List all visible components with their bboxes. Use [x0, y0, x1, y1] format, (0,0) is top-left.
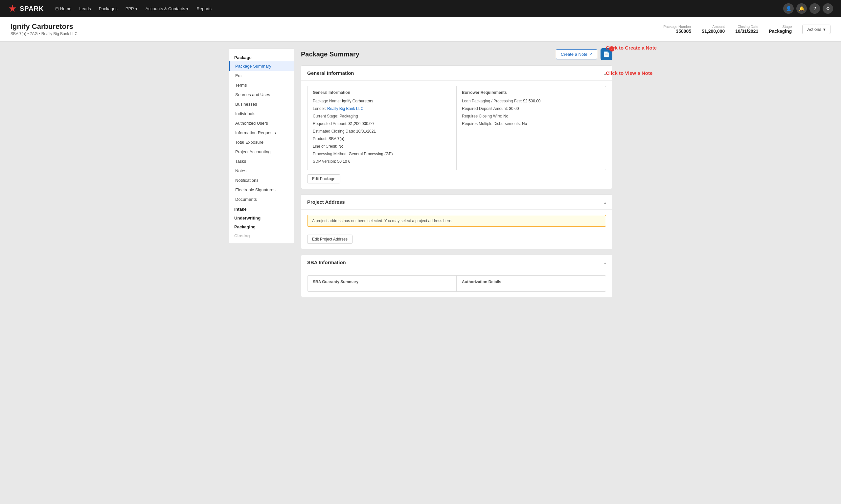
actions-button[interactable]: Actions ▾ — [802, 24, 830, 34]
sidebar-item-total-exposure[interactable]: Total Exposure — [229, 138, 294, 147]
general-info-section: General Information General Information … — [301, 65, 612, 189]
create-note-label: Create a Note — [561, 52, 587, 57]
callout-create-note: Click to Create a Note — [606, 45, 698, 51]
meta-amount-value: $1,200,000 — [702, 29, 725, 34]
edit-package-label: Edit Package — [312, 177, 336, 181]
sba-info-left-col: SBA Guaranty Summary — [308, 276, 457, 291]
chevron-down-icon: ▾ — [135, 6, 138, 11]
content-header: Package Summary Create a Note ↗ 📄 2 — [301, 48, 612, 60]
nav-home[interactable]: ⊞ Home — [52, 4, 75, 13]
page-title: Ignify Carburetors — [11, 22, 78, 31]
sidebar-item-notifications[interactable]: Notifications — [229, 176, 294, 185]
sidebar-item-notes-label: Notes — [235, 168, 246, 173]
sidebar-item-sources-uses-label: Sources and Uses — [235, 92, 270, 97]
info-processing-fee: Loan Packaging / Processing Fee: $2,500.… — [462, 98, 601, 104]
nav-packages[interactable]: Packages — [96, 4, 121, 13]
sub-header: Ignify Carburetors SBA 7(a) • 7AG • Real… — [0, 17, 841, 42]
content-actions: Create a Note ↗ 📄 2 — [556, 48, 612, 60]
home-icon: ⊞ — [55, 6, 59, 11]
page-subtitle: SBA 7(a) • 7AG • Really Big Bank LLC — [11, 32, 78, 36]
user-avatar-button[interactable]: 👤 — [783, 3, 794, 14]
meta-closing-date-value: 10/31/2021 — [735, 29, 758, 34]
sba-info-right-col: Authorization Details — [457, 276, 606, 291]
sidebar-item-edit[interactable]: Edit — [229, 71, 294, 80]
sba-info-header: SBA Information — [301, 255, 612, 270]
meta-stage-value: Packaging — [769, 29, 792, 34]
meta-stage-label: Stage — [769, 24, 792, 29]
nav-ppp[interactable]: PPP ▾ — [122, 4, 141, 13]
sidebar-item-electronic-signatures[interactable]: Electronic Signatures — [229, 185, 294, 195]
sidebar-item-tasks[interactable]: Tasks — [229, 157, 294, 166]
content-area: Package Summary Create a Note ↗ 📄 2 Clic… — [301, 48, 612, 303]
sidebar-item-terms-label: Terms — [235, 83, 247, 88]
project-address-warning: A project address has not been selected.… — [307, 215, 606, 227]
sidebar-category-intake: Intake — [229, 204, 294, 213]
actions-label: Actions — [807, 27, 821, 32]
sidebar-category-package-label: Package — [234, 55, 252, 60]
sba-info-right-header: Authorization Details — [462, 280, 601, 284]
nav-accounts[interactable]: Accounts & Contacts ▾ — [142, 4, 192, 13]
sidebar-category-underwriting: Underwriting — [229, 213, 294, 222]
settings-button[interactable]: ⚙ — [823, 3, 833, 14]
sidebar-category-package: Package — [229, 53, 294, 61]
meta-closing-date-label: Closing Date — [735, 24, 758, 29]
sidebar-item-authorized-users[interactable]: Authorized Users — [229, 119, 294, 128]
meta-amount-label: Amount — [702, 24, 725, 29]
meta-closing-date: Closing Date 10/31/2021 — [735, 24, 758, 34]
external-link-icon: ↗ — [589, 52, 592, 56]
svg-marker-0 — [9, 5, 16, 12]
nav-icon-group: 👤 🔔 ? ⚙ — [783, 3, 833, 14]
help-button[interactable]: ? — [809, 3, 820, 14]
nav-reports-label: Reports — [196, 6, 211, 11]
question-icon: ? — [813, 6, 816, 11]
sidebar-item-information-requests[interactable]: Information Requests — [229, 128, 294, 138]
nav-home-label: Home — [60, 6, 72, 11]
project-address-body: A project address has not been selected.… — [301, 210, 612, 249]
edit-package-button[interactable]: Edit Package — [307, 174, 340, 183]
create-note-button[interactable]: Create a Note ↗ — [556, 49, 597, 59]
project-address-section: Project Address A project address has no… — [301, 194, 612, 249]
sidebar-item-businesses[interactable]: Businesses — [229, 100, 294, 109]
sidebar-item-individuals[interactable]: Individuals — [229, 109, 294, 119]
content-header-container: Package Summary Create a Note ↗ 📄 2 Clic… — [301, 48, 612, 60]
sidebar-item-package-summary[interactable]: Package Summary — [229, 61, 294, 71]
sidebar-category-packaging: Packaging — [229, 222, 294, 231]
nav-leads[interactable]: Leads — [76, 4, 94, 13]
sidebar-item-tasks-label: Tasks — [235, 159, 246, 164]
sba-info-left-header: SBA Guaranty Summary — [313, 280, 451, 284]
sidebar-item-information-requests-label: Information Requests — [235, 130, 276, 135]
collapse-project-address-icon[interactable] — [604, 199, 606, 205]
info-package-name: Package Name: Ignify Carburetors — [313, 98, 451, 104]
top-navigation: SPARK ⊞ Home Leads Packages PPP ▾ Accoun… — [0, 0, 841, 17]
logo[interactable]: SPARK — [8, 4, 44, 13]
sidebar-item-notes[interactable]: Notes — [229, 166, 294, 176]
sba-info-title: SBA Information — [307, 259, 346, 265]
chevron-down-icon: ▾ — [186, 6, 189, 11]
sidebar-item-edit-label: Edit — [235, 73, 242, 78]
info-line-of-credit: Line of Credit: No — [313, 143, 451, 149]
sidebar: Package Package Summary Edit Terms Sourc… — [229, 48, 294, 244]
notifications-button[interactable]: 🔔 — [796, 3, 807, 14]
general-info-right-header: Borrower Requirements — [462, 90, 601, 95]
info-requested-amount: Requested Amount: $1,200,000.00 — [313, 121, 451, 127]
edit-project-address-button[interactable]: Edit Project Address — [307, 235, 353, 244]
project-address-title: Project Address — [307, 199, 345, 205]
general-info-left-header: General Information — [313, 90, 451, 95]
sidebar-item-project-accounting[interactable]: Project Accounting — [229, 147, 294, 157]
sidebar-item-documents[interactable]: Documents — [229, 195, 294, 204]
sidebar-item-terms[interactable]: Terms — [229, 80, 294, 90]
general-info-body: General Information Package Name: Ignify… — [301, 81, 612, 189]
sba-info-grid: SBA Guaranty Summary Authorization Detai… — [307, 275, 606, 292]
meta-stage: Stage Packaging — [769, 24, 792, 34]
sidebar-item-project-accounting-label: Project Accounting — [235, 149, 271, 154]
info-multiple-disbursements: Requires Multiple Disbursements: No — [462, 121, 601, 127]
sub-header-right: Package Number 350005 Amount $1,200,000 … — [663, 24, 830, 34]
logo-text: SPARK — [20, 5, 44, 13]
nav-reports[interactable]: Reports — [193, 4, 215, 13]
sidebar-item-sources-uses[interactable]: Sources and Uses — [229, 90, 294, 100]
meta-package-number: Package Number 350005 — [663, 24, 691, 34]
collapse-sba-info-icon[interactable] — [604, 260, 606, 265]
meta-package-number-value: 350005 — [663, 29, 691, 34]
callout-view-note: Click to View a Note — [606, 70, 698, 76]
main-layout: Package Package Summary Edit Terms Sourc… — [223, 42, 618, 309]
